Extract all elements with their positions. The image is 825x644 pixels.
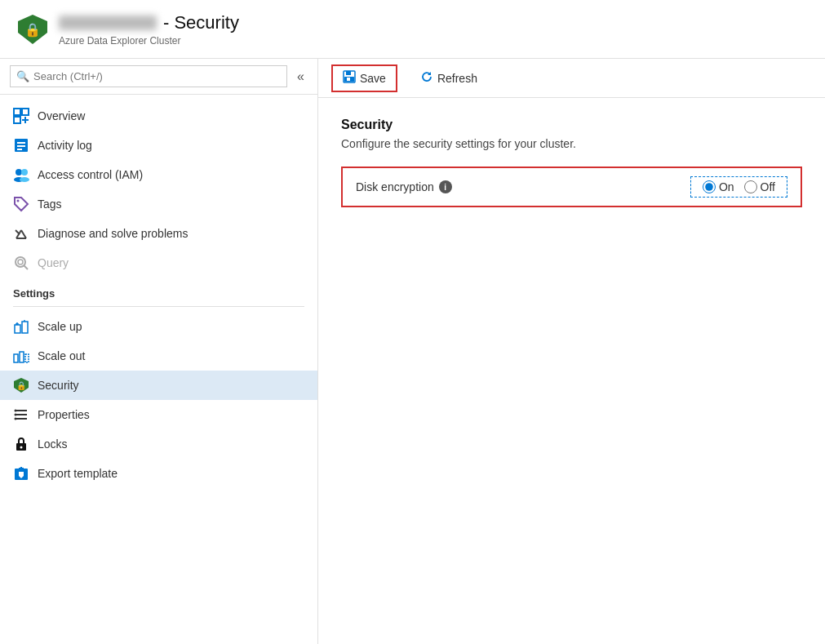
svg-point-39: [20, 446, 23, 449]
sidebar-item-scale-up-label: Scale up: [38, 320, 82, 333]
radio-on-label: On: [719, 180, 734, 193]
svg-rect-24: [22, 322, 28, 333]
page-header: 🔒 - Security Azure Data Explorer Cluster: [0, 0, 825, 59]
svg-rect-27: [14, 354, 18, 362]
access-control-icon: [13, 167, 29, 183]
refresh-icon: [420, 70, 433, 87]
svg-line-17: [21, 230, 26, 238]
svg-rect-29: [25, 354, 29, 362]
activity-log-icon: [13, 137, 29, 153]
radio-off-label: Off: [761, 180, 775, 193]
sidebar-item-security-label: Security: [38, 379, 79, 392]
sidebar-item-diagnose-label: Diagnose and solve problems: [38, 227, 188, 240]
svg-point-11: [16, 169, 22, 175]
svg-rect-4: [14, 117, 20, 123]
sidebar-item-query-label: Query: [38, 256, 69, 269]
refresh-button[interactable]: Refresh: [410, 66, 487, 91]
svg-rect-45: [346, 71, 351, 75]
header-subtitle: Azure Data Explorer Cluster: [59, 35, 239, 47]
svg-rect-28: [20, 352, 24, 362]
header-shield-icon: 🔒: [16, 13, 49, 46]
scale-up-icon: [13, 318, 29, 335]
disk-encryption-label: Disk encryption i: [356, 180, 690, 193]
query-icon: [13, 255, 29, 271]
save-button-label: Save: [360, 72, 386, 85]
sidebar-item-scale-up[interactable]: Scale up: [0, 312, 317, 341]
svg-text:🔒: 🔒: [16, 380, 27, 391]
svg-point-22: [18, 260, 23, 264]
settings-divider: [13, 306, 304, 307]
sidebar-item-properties-label: Properties: [38, 408, 90, 421]
radio-off-input[interactable]: [744, 180, 757, 193]
svg-rect-23: [15, 325, 20, 333]
radio-on-input[interactable]: [703, 180, 716, 193]
cluster-name-blurred: [59, 16, 157, 30]
main-layout: 🔍 « Overview: [0, 59, 825, 644]
section-desc: Configure the security settings for your…: [341, 137, 802, 150]
svg-point-36: [15, 414, 17, 416]
sidebar-item-activity-log-label: Activity log: [38, 139, 92, 152]
header-title-block: - Security Azure Data Explorer Cluster: [59, 12, 239, 47]
radio-off-option[interactable]: Off: [744, 180, 775, 193]
svg-rect-9: [17, 145, 25, 147]
disk-encryption-info-icon[interactable]: i: [439, 180, 452, 193]
sidebar-item-overview-label: Overview: [38, 109, 85, 122]
svg-point-20: [16, 257, 25, 267]
sidebar-item-scale-out-label: Scale out: [38, 349, 85, 362]
scale-out-icon: [13, 348, 29, 364]
sidebar-item-locks[interactable]: Locks: [0, 429, 317, 459]
refresh-button-label: Refresh: [437, 72, 477, 85]
sidebar-item-locks-label: Locks: [38, 437, 68, 451]
page-title: - Security: [163, 12, 239, 33]
svg-rect-8: [17, 142, 25, 144]
sidebar-item-properties[interactable]: Properties: [0, 400, 317, 429]
svg-point-37: [15, 418, 17, 420]
sidebar-item-export-template-label: Export template: [38, 467, 118, 480]
save-icon: [343, 70, 356, 87]
toolbar: Save Refresh: [318, 59, 825, 98]
svg-rect-10: [17, 149, 22, 150]
sidebar-search-bar: 🔍 «: [0, 59, 317, 95]
sidebar: 🔍 « Overview: [0, 59, 318, 644]
svg-text:🔒: 🔒: [24, 22, 41, 38]
disk-encryption-radio-group: On Off: [690, 176, 787, 198]
tags-icon: [13, 196, 29, 212]
settings-section-heading: Settings: [0, 278, 317, 303]
search-icon: 🔍: [16, 70, 29, 82]
radio-on-option[interactable]: On: [703, 180, 734, 193]
export-template-icon: [13, 465, 29, 482]
sidebar-item-diagnose[interactable]: Diagnose and solve problems: [0, 219, 317, 248]
locks-icon: [13, 436, 29, 452]
svg-point-15: [17, 200, 20, 202]
sidebar-item-overview[interactable]: Overview: [0, 101, 317, 131]
svg-rect-3: [22, 109, 29, 115]
save-button[interactable]: Save: [331, 64, 397, 92]
content-body: Security Configure the security settings…: [318, 98, 825, 644]
sidebar-item-access-control-label: Access control (IAM): [38, 168, 143, 181]
sidebar-item-access-control[interactable]: Access control (IAM): [0, 160, 317, 189]
diagnose-icon: [13, 225, 29, 242]
sidebar-item-tags-label: Tags: [38, 198, 62, 211]
sidebar-item-tags[interactable]: Tags: [0, 189, 317, 219]
sidebar-item-query[interactable]: Query: [0, 248, 317, 278]
content-area: Save Refresh Security Configure the secu…: [318, 59, 825, 644]
properties-icon: [13, 406, 29, 423]
search-input[interactable]: [10, 65, 287, 87]
svg-rect-2: [14, 109, 20, 115]
sidebar-item-export-template[interactable]: Export template: [0, 459, 317, 488]
sidebar-navigation: Overview Activity log: [0, 95, 317, 644]
collapse-button[interactable]: «: [294, 66, 308, 87]
svg-line-21: [24, 266, 29, 270]
svg-point-12: [21, 169, 28, 175]
disk-encryption-row: Disk encryption i On Off: [341, 167, 802, 207]
svg-point-35: [15, 410, 17, 412]
section-title: Security: [341, 118, 802, 132]
security-icon: 🔒: [13, 377, 29, 393]
svg-rect-47: [347, 78, 350, 81]
sidebar-item-activity-log[interactable]: Activity log: [0, 131, 317, 160]
sidebar-item-scale-out[interactable]: Scale out: [0, 341, 317, 371]
svg-line-19: [16, 230, 20, 234]
svg-point-14: [20, 177, 29, 182]
overview-icon: [13, 108, 29, 124]
sidebar-item-security[interactable]: 🔒 Security: [0, 371, 317, 400]
